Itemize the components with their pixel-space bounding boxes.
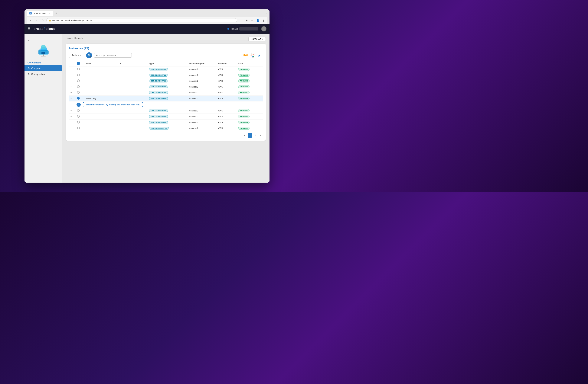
menu-icon[interactable]: ⋮ xyxy=(261,18,266,23)
row-checkbox[interactable] xyxy=(77,97,80,99)
forward-button[interactable]: › xyxy=(34,18,39,23)
user-avatar[interactable] xyxy=(261,26,267,31)
expand-button[interactable]: + xyxy=(70,109,72,112)
row-checkbox[interactable] xyxy=(77,109,80,112)
expand-button[interactable]: + xyxy=(70,91,72,94)
expand-cell[interactable]: + xyxy=(69,108,76,114)
checkbox-cell[interactable] xyxy=(76,119,84,125)
row-checkbox[interactable] xyxy=(77,91,80,94)
sidebar-item-compute[interactable]: ⚙ Compute xyxy=(24,65,62,71)
checkbox-cell[interactable] xyxy=(76,125,84,131)
name-cell xyxy=(84,78,119,84)
next-page-button[interactable]: › xyxy=(258,133,263,138)
table-row[interactable]: + GEN.C2.M2.SMALL us-west-2 AWS RUNNING xyxy=(69,78,263,84)
expand-button[interactable]: + xyxy=(70,74,72,77)
checkbox-cell[interactable] xyxy=(76,108,84,114)
address-bar[interactable]: 🔒 console.dev.cross4cloud.com/app/comput… xyxy=(46,18,237,22)
row-checkbox[interactable] xyxy=(77,68,80,70)
search-input[interactable] xyxy=(94,53,132,58)
state-badge: RUNNING xyxy=(238,97,250,100)
checkbox-cell[interactable] xyxy=(76,66,84,72)
expand-button[interactable]: + xyxy=(70,121,72,124)
expand-button[interactable]: + xyxy=(70,80,72,82)
id-cell xyxy=(119,125,147,131)
table-row[interactable]: + GEN.C2.M05.SMALL us-west-2 AWS RUNNING xyxy=(69,125,263,131)
refresh-button[interactable]: ↻ xyxy=(40,18,45,23)
expand-button[interactable]: + xyxy=(70,115,72,118)
expand-cell[interactable]: + xyxy=(69,66,76,72)
expand-cell[interactable]: + xyxy=(69,90,76,96)
state-cell: RUNNING xyxy=(237,114,263,119)
tab-menu-button[interactable]: ⌄ xyxy=(265,12,267,15)
table-row[interactable]: + GEN.C2.M2.SMALL us-west-2 AWS RUNNING xyxy=(69,72,263,78)
row-checkbox[interactable] xyxy=(77,85,80,88)
prev-page-button[interactable]: ‹ xyxy=(242,133,247,138)
extension-icon[interactable]: ⋯ xyxy=(239,18,243,23)
row-checkbox[interactable] xyxy=(77,79,80,82)
checkbox-cell[interactable] xyxy=(76,90,84,96)
page-1-button[interactable]: 1 xyxy=(248,133,252,138)
type-cell: GEN.C2.M2.SMALL xyxy=(147,84,188,90)
tab-close-button[interactable]: ✕ xyxy=(49,12,50,15)
row-checkbox[interactable] xyxy=(77,127,80,129)
col-header-checkbox[interactable] xyxy=(76,61,84,66)
back-button[interactable]: ‹ xyxy=(28,18,33,23)
checkbox-cell[interactable] xyxy=(76,114,84,119)
configuration-icon: ⚙ xyxy=(27,73,30,76)
expand-cell[interactable]: + xyxy=(69,78,76,84)
table-row[interactable]: + GEN.C2.M2.SMALL us-west-2 AWS RUNNING xyxy=(69,84,263,90)
table-row[interactable]: + GEN.C2.M2.SMALL us-west-2 AWS RUNNING xyxy=(69,119,263,125)
table-row[interactable]: + GEN.C2.M2.SMALL us-west-2 AWS RUNNING xyxy=(69,114,263,119)
expand-cell[interactable]: + xyxy=(69,84,76,90)
select-all-checkbox[interactable] xyxy=(77,62,80,65)
row-checkbox[interactable] xyxy=(77,121,80,123)
sidebar-item-configuration[interactable]: ⚙ Configuration xyxy=(24,71,62,77)
hamburger-icon[interactable]: ☰ xyxy=(27,27,31,31)
breadcrumb-home[interactable]: Home xyxy=(66,37,71,39)
expand-button[interactable]: + xyxy=(70,97,72,100)
expand-cell[interactable]: + xyxy=(69,96,76,101)
type-cell: GEN.C2.M2.SMALL xyxy=(147,119,188,125)
row-checkbox[interactable] xyxy=(77,74,80,76)
type-badge: GEN.C2.M2.SMALL xyxy=(149,109,168,112)
checkbox-cell[interactable] xyxy=(76,72,84,78)
name-cell xyxy=(84,66,119,72)
row-checkbox[interactable] xyxy=(77,115,80,118)
sidebar-logo-area: ‹ xyxy=(24,37,62,61)
state-badge: RUNNING xyxy=(238,85,250,88)
new-tab-button[interactable]: + xyxy=(54,11,59,16)
state-cell: RUNNING xyxy=(237,96,263,101)
actions-button[interactable]: Actions ▾ xyxy=(69,53,84,58)
checkbox-cell[interactable] xyxy=(76,78,84,84)
state-cell: RUNNING xyxy=(237,108,263,114)
checkbox-cell[interactable] xyxy=(76,96,84,101)
instances-table: Name ID Type Related Region Provider Sta… xyxy=(69,61,263,131)
table-row[interactable]: + GEN.C1.M1.SMALL us-west-2 AWS RUNNING xyxy=(69,90,263,96)
state-cell: RUNNING xyxy=(237,119,263,125)
region-selector[interactable]: US-West-2 ▾ xyxy=(248,37,266,41)
page-2-button[interactable]: 2 xyxy=(253,133,257,138)
expand-cell[interactable]: + xyxy=(69,72,76,78)
tenant-input[interactable] xyxy=(239,27,258,31)
table-row[interactable]: + GEN.C2.M2.SMALL us-west-2 AWS RUNNING xyxy=(69,66,263,72)
provider-logos: aws · · · xyxy=(244,53,263,58)
state-badge: RUNNING xyxy=(238,127,250,130)
checkbox-cell[interactable] xyxy=(76,84,84,90)
table-row[interactable]: + GEN.C2.M2.SMALL us-west-2 AWS RUNNING xyxy=(69,108,263,114)
pagination: ‹ 1 2 › xyxy=(69,133,263,138)
profile-icon[interactable]: 👤 xyxy=(255,18,260,23)
search-button[interactable]: 🔍 xyxy=(86,52,92,58)
sidebar-collapse-button[interactable]: ‹ xyxy=(27,38,30,43)
table-row[interactable]: + monitor.stg GEN.C2.M2.SMALL us-west-2 … xyxy=(69,96,263,101)
expand-cell[interactable]: + xyxy=(69,114,76,119)
expand-button[interactable]: + xyxy=(70,68,72,71)
expand-cell[interactable]: + xyxy=(69,125,76,131)
id-cell xyxy=(119,114,147,119)
expand-button[interactable]: + xyxy=(70,127,72,130)
zoom-icon[interactable]: ⊕ xyxy=(244,18,249,23)
type-cell: GEN.C2.M2.SMALL xyxy=(147,72,188,78)
expand-cell[interactable]: + xyxy=(69,119,76,125)
bookmark-icon[interactable]: ☆ xyxy=(250,18,254,23)
expand-button[interactable]: + xyxy=(70,85,72,88)
active-tab[interactable]: 4 Cross 4 Cloud ✕ xyxy=(27,11,53,16)
